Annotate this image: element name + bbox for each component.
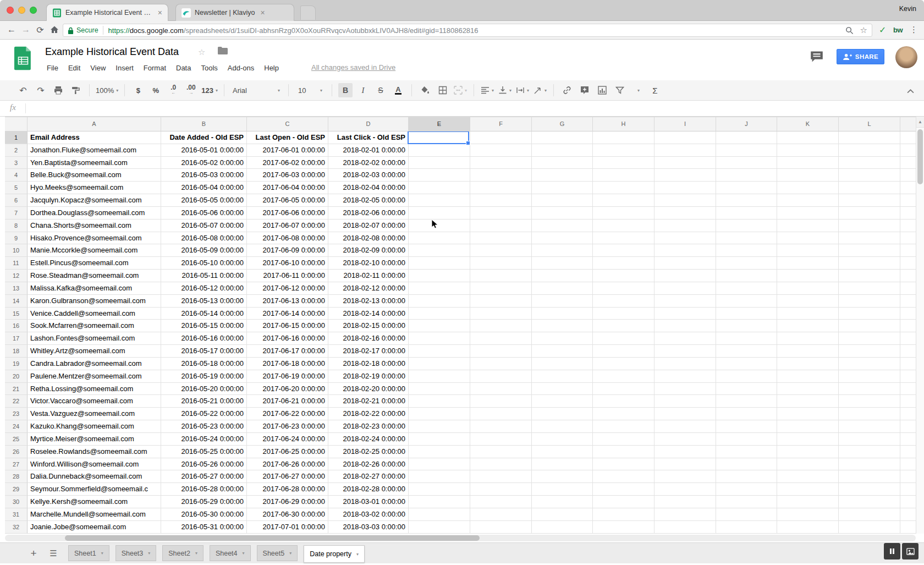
- cell-K25[interactable]: [777, 433, 839, 446]
- cell-F25[interactable]: [470, 433, 532, 446]
- cell-G9[interactable]: [532, 232, 593, 245]
- cell-A5[interactable]: Hyo.Meeks@someemail.com: [28, 182, 161, 194]
- cell-H2[interactable]: [593, 144, 654, 157]
- row-header-25[interactable]: 25: [5, 433, 28, 446]
- cell-H14[interactable]: [593, 295, 654, 308]
- pause-button[interactable]: [884, 543, 900, 559]
- cell-K11[interactable]: [777, 257, 839, 270]
- cell-L25[interactable]: [839, 433, 900, 446]
- cell-partial[interactable]: [900, 144, 916, 157]
- cell-B11[interactable]: 2016-05-10 0:00:00: [161, 257, 247, 270]
- cell-H27[interactable]: [593, 458, 654, 471]
- cell-D23[interactable]: 2018-02-22 0:00:00: [328, 408, 409, 420]
- cell-D26[interactable]: 2018-02-25 0:00:00: [328, 446, 409, 458]
- cell-partial[interactable]: [900, 207, 916, 220]
- cell-I7[interactable]: [654, 207, 716, 220]
- cell-J22[interactable]: [716, 395, 777, 408]
- cell-H13[interactable]: [593, 282, 654, 295]
- cell-F15[interactable]: [470, 308, 532, 320]
- cell-D19[interactable]: 2018-02-18 0:00:00: [328, 358, 409, 370]
- cell-B4[interactable]: 2016-05-03 0:00:00: [161, 169, 247, 182]
- address-bar[interactable]: Secure https://docs.google.com/spreadshe…: [63, 24, 872, 37]
- cell-F32[interactable]: [470, 521, 532, 534]
- cell-H30[interactable]: [593, 496, 654, 508]
- cell-partial[interactable]: [900, 483, 916, 496]
- filter-button[interactable]: [613, 83, 627, 97]
- row-header-29[interactable]: 29: [5, 483, 28, 496]
- chevron-down-icon[interactable]: ▾: [356, 552, 359, 557]
- new-tab-button[interactable]: [300, 6, 316, 20]
- row-header-6[interactable]: 6: [5, 194, 28, 207]
- cell-C23[interactable]: 2017-06-22 0:00:00: [247, 408, 328, 420]
- cell-F28[interactable]: [470, 470, 532, 483]
- row-header-16[interactable]: 16: [5, 320, 28, 332]
- cell-B18[interactable]: 2016-05-17 0:00:00: [161, 345, 247, 358]
- comments-button[interactable]: [810, 51, 823, 65]
- cell-partial[interactable]: [900, 131, 916, 144]
- page-zoom-icon[interactable]: [845, 26, 854, 35]
- merge-cells-button[interactable]: ▾: [453, 83, 468, 97]
- cell-L23[interactable]: [839, 408, 900, 420]
- cell-A12[interactable]: Rose.Steadman@someemail.com: [28, 270, 161, 282]
- chevron-down-icon[interactable]: ▾: [243, 551, 245, 556]
- cell-E32[interactable]: [409, 521, 470, 534]
- cell-F11[interactable]: [470, 257, 532, 270]
- cell-F3[interactable]: [470, 157, 532, 169]
- cell-K10[interactable]: [777, 244, 839, 257]
- cell-I1[interactable]: [654, 131, 716, 144]
- screenshot-button[interactable]: [902, 543, 919, 559]
- cell-I30[interactable]: [654, 496, 716, 508]
- cell-D29[interactable]: 2018-02-28 0:00:00: [328, 483, 409, 496]
- bookmark-star-icon[interactable]: ☆: [860, 25, 867, 35]
- cell-L32[interactable]: [839, 521, 900, 534]
- cell-F18[interactable]: [470, 345, 532, 358]
- cell-J12[interactable]: [716, 270, 777, 282]
- cell-G5[interactable]: [532, 182, 593, 194]
- row-header-15[interactable]: 15: [5, 308, 28, 320]
- cell-L16[interactable]: [839, 320, 900, 332]
- cell-F14[interactable]: [470, 295, 532, 308]
- cell-I18[interactable]: [654, 345, 716, 358]
- strikethrough-button[interactable]: S: [373, 83, 388, 97]
- cell-B9[interactable]: 2016-05-08 0:00:00: [161, 232, 247, 245]
- cell-C2[interactable]: 2017-06-01 0:00:00: [247, 144, 328, 157]
- cell-G20[interactable]: [532, 370, 593, 383]
- cell-G6[interactable]: [532, 194, 593, 207]
- cell-D27[interactable]: 2018-02-26 0:00:00: [328, 458, 409, 471]
- insert-chart-button[interactable]: [595, 83, 609, 97]
- cell-B15[interactable]: 2016-05-14 0:00:00: [161, 308, 247, 320]
- cell-A18[interactable]: Whitley.Artz@someemail.com: [28, 345, 161, 358]
- cell-G8[interactable]: [532, 220, 593, 232]
- cell-I9[interactable]: [654, 232, 716, 245]
- format-percent-button[interactable]: %: [148, 83, 163, 97]
- cell-J7[interactable]: [716, 207, 777, 220]
- cell-A21[interactable]: Retha.Lossing@someemail.com: [28, 383, 161, 396]
- cell-L24[interactable]: [839, 420, 900, 433]
- cell-partial[interactable]: [900, 408, 916, 420]
- cell-G11[interactable]: [532, 257, 593, 270]
- cell-A6[interactable]: Jacqulyn.Kopacz@someemail.com: [28, 194, 161, 207]
- cell-B21[interactable]: 2016-05-20 0:00:00: [161, 383, 247, 396]
- increase-decimal-button[interactable]: .00→: [184, 83, 198, 97]
- cell-A9[interactable]: Hisako.Provence@someemail.com: [28, 232, 161, 245]
- cell-A25[interactable]: Myrtice.Meiser@someemail.com: [28, 433, 161, 446]
- close-tab-icon[interactable]: ×: [158, 9, 162, 17]
- cell-B30[interactable]: 2016-05-29 0:00:00: [161, 496, 247, 508]
- cell-L3[interactable]: [839, 157, 900, 169]
- cell-F7[interactable]: [470, 207, 532, 220]
- cell-J28[interactable]: [716, 470, 777, 483]
- cell-D1[interactable]: Last Click - Old ESP: [328, 131, 409, 144]
- row-header-11[interactable]: 11: [5, 257, 28, 270]
- cell-K18[interactable]: [777, 345, 839, 358]
- cell-B2[interactable]: 2016-05-01 0:00:00: [161, 144, 247, 157]
- column-header-H[interactable]: H: [593, 117, 654, 131]
- cell-K16[interactable]: [777, 320, 839, 332]
- sheet-tab-sheet3[interactable]: Sheet3▾: [116, 545, 157, 561]
- cell-D24[interactable]: 2018-02-23 0:00:00: [328, 420, 409, 433]
- cell-C5[interactable]: 2017-06-04 0:00:00: [247, 182, 328, 194]
- cell-partial[interactable]: [900, 470, 916, 483]
- cell-E29[interactable]: [409, 483, 470, 496]
- cell-F4[interactable]: [470, 169, 532, 182]
- row-header-21[interactable]: 21: [5, 383, 28, 396]
- column-header-G[interactable]: G: [532, 117, 593, 131]
